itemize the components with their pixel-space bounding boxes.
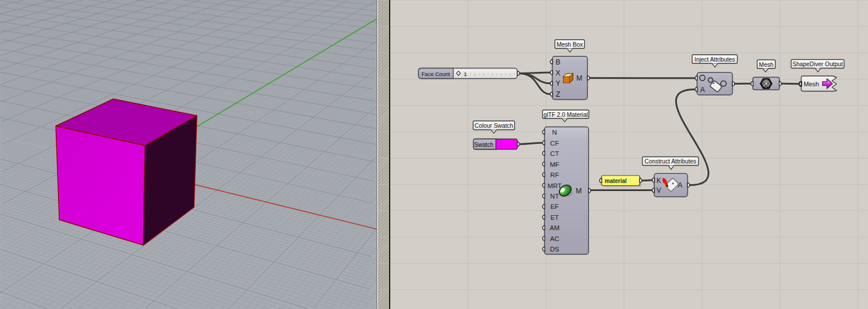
svg-text:MRT: MRT [547,182,562,189]
svg-text:CT: CT [550,150,559,157]
svg-text:CF: CF [550,140,559,147]
svg-text:K: K [656,177,661,185]
svg-text:ShapeDiver Output: ShapeDiver Output [793,61,843,67]
svg-text:Mesh: Mesh [759,62,774,68]
svg-text:A: A [700,86,705,94]
svg-text:M: M [576,74,582,82]
svg-text:ET: ET [550,214,559,221]
svg-text:NT: NT [550,193,559,200]
svg-text:Inject Attributes: Inject Attributes [695,56,735,63]
svg-text:V: V [656,186,661,194]
svg-text:Swatch: Swatch [474,142,493,148]
svg-text:Mesh: Mesh [804,81,818,87]
svg-text:material: material [605,178,627,184]
svg-text:N: N [552,129,557,136]
svg-text:DS: DS [550,246,559,253]
svg-text:MF: MF [550,161,559,168]
svg-text:AM: AM [550,224,559,231]
svg-text:Construct Attributes: Construct Attributes [645,158,696,165]
svg-text:RF: RF [550,171,559,178]
svg-text:X: X [555,69,561,77]
svg-text:EF: EF [550,203,559,210]
svg-text:Colour Swatch: Colour Swatch [475,123,513,129]
svg-text:Y: Y [555,79,561,87]
svg-text:M: M [576,187,581,195]
svg-text:Mesh Box: Mesh Box [557,41,584,48]
svg-text:A: A [677,181,682,189]
svg-text:glTF 2.0 Material: glTF 2.0 Material [543,112,588,118]
svg-text:Face Count: Face Count [421,71,450,77]
svg-text:B: B [555,58,560,66]
svg-text:AC: AC [550,235,559,242]
svg-text:Z: Z [556,90,561,98]
